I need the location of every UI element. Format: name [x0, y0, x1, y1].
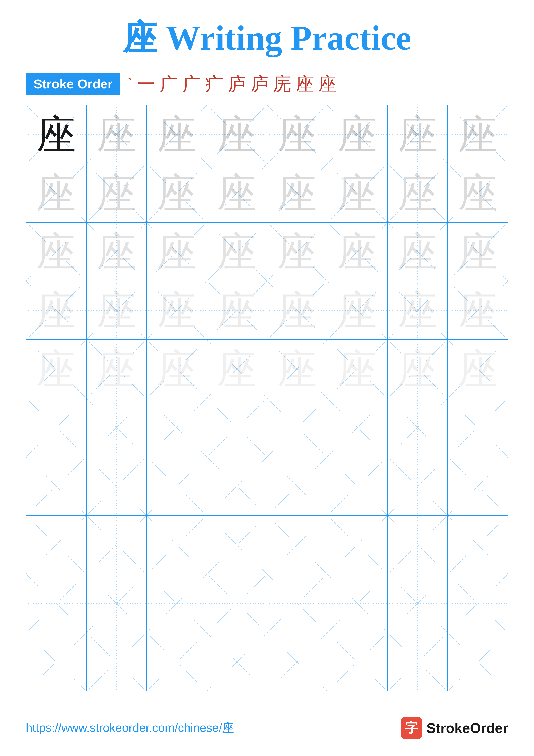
cell-character: 座: [337, 232, 377, 272]
grid-cell[interactable]: [448, 398, 508, 457]
grid-cell[interactable]: [327, 398, 388, 457]
grid-cell[interactable]: [267, 633, 328, 691]
grid-cell[interactable]: [448, 516, 508, 574]
grid-cell[interactable]: [327, 516, 388, 574]
grid-cell[interactable]: [207, 457, 267, 515]
cell-character: 座: [337, 349, 377, 389]
cell-character: 座: [458, 232, 498, 272]
grid-cell[interactable]: 座: [147, 164, 207, 222]
grid-cell[interactable]: [26, 574, 87, 633]
grid-row: 座座座座座座座座: [26, 223, 508, 281]
grid-cell[interactable]: 座: [147, 223, 207, 281]
grid-cell[interactable]: [207, 398, 267, 457]
grid-cell[interactable]: [87, 398, 147, 457]
cell-character: 座: [36, 232, 76, 272]
grid-cell[interactable]: 座: [448, 105, 508, 164]
grid-cell[interactable]: 座: [207, 164, 267, 222]
grid-cell[interactable]: 座: [267, 223, 328, 281]
grid-cell[interactable]: [267, 516, 328, 574]
grid-cell[interactable]: 座: [87, 164, 147, 222]
grid-cell[interactable]: [388, 516, 448, 574]
stroke-1: `: [127, 73, 133, 94]
grid-row: 座座座座座座座座: [26, 105, 508, 164]
cell-character: 座: [337, 115, 377, 154]
grid-cell[interactable]: [87, 457, 147, 515]
grid-cell[interactable]: 座: [388, 340, 448, 398]
grid-cell[interactable]: 座: [327, 223, 388, 281]
grid-cell[interactable]: [448, 574, 508, 633]
grid-cell[interactable]: [87, 633, 147, 691]
cell-character: 座: [337, 173, 377, 213]
grid-cell[interactable]: [207, 574, 267, 633]
grid-cell[interactable]: [388, 398, 448, 457]
grid-cell[interactable]: 座: [327, 105, 388, 164]
grid-cell[interactable]: [207, 633, 267, 691]
grid-cell[interactable]: [147, 398, 207, 457]
cell-character: 座: [96, 290, 136, 330]
grid-cell[interactable]: [327, 574, 388, 633]
grid-cell[interactable]: [207, 516, 267, 574]
grid-cell[interactable]: 座: [388, 281, 448, 339]
grid-cell[interactable]: 座: [207, 105, 267, 164]
grid-cell[interactable]: 座: [448, 223, 508, 281]
grid-cell[interactable]: 座: [207, 281, 267, 339]
grid-row: 座座座座座座座座: [26, 340, 508, 398]
grid-cell[interactable]: [267, 457, 328, 515]
grid-cell[interactable]: 座: [207, 223, 267, 281]
grid-cell[interactable]: 座: [87, 223, 147, 281]
grid-cell[interactable]: [448, 633, 508, 691]
grid-cell[interactable]: [267, 398, 328, 457]
grid-cell[interactable]: 座: [87, 340, 147, 398]
grid-cell[interactable]: 座: [388, 164, 448, 222]
cell-character: 座: [217, 232, 257, 272]
grid-cell[interactable]: 座: [388, 223, 448, 281]
grid-cell[interactable]: 座: [26, 281, 87, 339]
grid-cell[interactable]: [267, 574, 328, 633]
grid-cell[interactable]: 座: [448, 340, 508, 398]
grid-cell[interactable]: 座: [267, 340, 328, 398]
grid-cell[interactable]: [87, 516, 147, 574]
grid-cell[interactable]: 座: [327, 340, 388, 398]
grid-cell[interactable]: [26, 457, 87, 515]
grid-row: [26, 398, 508, 457]
grid-cell[interactable]: 座: [327, 281, 388, 339]
grid-cell[interactable]: 座: [87, 105, 147, 164]
grid-cell[interactable]: 座: [267, 281, 328, 339]
cell-character: 座: [398, 115, 438, 154]
grid-cell[interactable]: [147, 457, 207, 515]
grid-cell[interactable]: [147, 574, 207, 633]
grid-cell[interactable]: [448, 457, 508, 515]
grid-cell[interactable]: 座: [26, 105, 87, 164]
grid-cell[interactable]: [388, 574, 448, 633]
grid-cell[interactable]: [26, 398, 87, 457]
grid-cell[interactable]: 座: [207, 340, 267, 398]
grid-cell[interactable]: 座: [26, 340, 87, 398]
grid-cell[interactable]: [26, 516, 87, 574]
stroke-sequence: ` 一 广 广 疒 庐 庐 庑 座 座: [127, 71, 337, 96]
cell-character: 座: [277, 290, 317, 330]
grid-cell[interactable]: 座: [26, 164, 87, 222]
grid-cell[interactable]: 座: [267, 105, 328, 164]
grid-cell[interactable]: [388, 457, 448, 515]
grid-cell[interactable]: [147, 516, 207, 574]
grid-cell[interactable]: [147, 633, 207, 691]
grid-cell[interactable]: 座: [448, 281, 508, 339]
grid-cell[interactable]: 座: [267, 164, 328, 222]
cell-character: 座: [458, 349, 498, 389]
grid-cell[interactable]: 座: [147, 281, 207, 339]
grid-cell[interactable]: [87, 574, 147, 633]
cell-character: 座: [36, 349, 76, 389]
grid-cell[interactable]: 座: [388, 105, 448, 164]
grid-cell[interactable]: 座: [448, 164, 508, 222]
grid-cell[interactable]: 座: [147, 105, 207, 164]
grid-cell[interactable]: [327, 457, 388, 515]
cell-character: 座: [277, 349, 317, 389]
grid-cell[interactable]: 座: [26, 223, 87, 281]
grid-cell[interactable]: 座: [87, 281, 147, 339]
cell-character: 座: [458, 290, 498, 330]
grid-cell[interactable]: [26, 633, 87, 691]
grid-cell[interactable]: 座: [327, 164, 388, 222]
grid-cell[interactable]: [327, 633, 388, 691]
grid-cell[interactable]: [388, 633, 448, 691]
grid-cell[interactable]: 座: [147, 340, 207, 398]
